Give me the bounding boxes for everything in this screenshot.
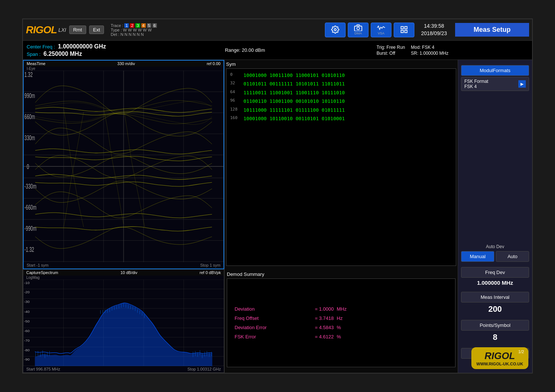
trace-5: 5	[147, 23, 151, 28]
eye-footer-right: Stop 1 sym	[200, 263, 221, 267]
settings-icon-btn[interactable]	[325, 23, 346, 37]
trace-4: 4	[141, 23, 146, 28]
spectrum-panel-header: CaptureSpectrum 10 dB/div ref 0 dBVpk	[23, 270, 224, 276]
trace-info: Trace : 1 2 3 4 5 6 Type : W W W W W W D…	[111, 23, 157, 37]
demod-row: Freq Offset= 3.7418Hz	[235, 315, 448, 321]
spectrum-svg: -10 -20 -30 -40 -50 -60 -70 -80 -90	[23, 280, 224, 366]
eye-diagram-svg: 1.32 990m 660m 330m 0 -330m -660m -990m …	[24, 71, 223, 262]
modul-formats-button[interactable]: ModulFormats	[461, 65, 529, 76]
spectrum-panel-footer: Start 996.875 MHz Stop 1.00312 GHz	[23, 366, 224, 372]
ext-button[interactable]: Ext	[89, 26, 104, 34]
logo-text: RIGOL	[26, 24, 57, 36]
sym-idx: 128	[230, 106, 240, 114]
sym-data: 10001000 10011100 11000101 01010110	[243, 71, 345, 80]
eye-header-center: 330 m/div	[117, 61, 135, 66]
span-value: 6.250000 MHz	[44, 51, 82, 57]
watermark-url: WWW.RIGOL-UK.CO.UK	[477, 362, 523, 366]
svg-text:660m: 660m	[24, 113, 35, 121]
sym-row: 9601100110 11001100 00101010 10110110	[230, 97, 452, 105]
sym-title: Sym	[226, 61, 456, 67]
rmt-button[interactable]: Rmt	[69, 26, 86, 34]
demod-unit: %	[337, 325, 359, 330]
svg-text:1.32: 1.32	[24, 71, 33, 78]
dma-icon-btn[interactable]: DMA	[348, 23, 369, 37]
demod-value: = 4.6122	[297, 334, 334, 339]
eye-chart-area: 1.32 990m 660m 330m 0 -330m -660m -990m …	[24, 71, 223, 262]
trace-3: 3	[135, 23, 140, 28]
demod-label: FSK Error	[235, 334, 294, 339]
grid-icon-btn[interactable]	[394, 23, 414, 37]
svg-rect-3	[401, 27, 403, 29]
burst-label: Burst: Off	[377, 51, 405, 56]
demod-unit: Hz	[337, 315, 359, 321]
sym-data: 11110011 11001001 11001110 10111010	[243, 88, 345, 97]
sym-idx: 64	[230, 88, 240, 97]
svg-text:-1.32: -1.32	[24, 246, 34, 253]
fsk-format-row: FSK Format FSK 4 ►	[461, 77, 529, 91]
sym-data: 10111000 11111101 01111100 01011111	[243, 106, 345, 114]
auto-button[interactable]: Auto	[496, 251, 529, 262]
watermark-page: 1/2	[518, 349, 524, 354]
vsa-icon-btn[interactable]: VSA	[371, 23, 391, 37]
auto-dev-label: Auto Dev	[461, 243, 529, 250]
clock-display: 14:39:58 2018/09/23	[421, 23, 447, 37]
rigol-watermark: 1/2 RIGOL WWW.RIGOL-UK.CO.UK	[471, 347, 528, 369]
demod-panel: Demod Summary Deviation= 1.0000MHzFreq O…	[225, 269, 458, 373]
demod-value: = 3.7418	[297, 315, 334, 321]
sym-panel: Sym 010001000 10011100 11000101 01010110…	[225, 60, 458, 269]
fsk-format-label: FSK Format	[464, 79, 488, 84]
span-label: Span :	[27, 51, 41, 57]
svg-text:330m: 330m	[24, 134, 35, 142]
freq-info: Center Freq : 1.000000000 GHz Span : 6.2…	[27, 43, 106, 57]
range-info: Range: 20.00 dBm	[225, 47, 265, 53]
demod-row: Deviation= 1.0000MHz	[235, 306, 448, 312]
eye-header-left: MeasTime	[27, 61, 46, 66]
rigol-logo: RIGOL LXI	[26, 24, 66, 36]
svg-text:-990m: -990m	[24, 224, 36, 232]
freq-dev-button[interactable]: Freq Dev	[461, 267, 529, 278]
demod-label: Freq Offset	[235, 315, 294, 321]
meas-interval-value: 200	[461, 304, 529, 315]
svg-rect-4	[405, 27, 407, 29]
svg-text:-90: -90	[24, 358, 30, 362]
sym-data: 01100110 11001100 00101010 10110110	[243, 97, 345, 105]
fsk-arrow-button[interactable]: ►	[518, 80, 526, 88]
eye-footer-left: Start -1 sym	[27, 263, 48, 267]
eye-panel-footer: Start -1 sym Stop 1 sym	[24, 262, 223, 268]
spectrum-chart-area: -10 -20 -30 -40 -50 -60 -70 -80 -90	[23, 280, 224, 366]
spectrum-header-center: 10 dB/div	[120, 270, 137, 275]
center-freq-label: Center Freq :	[27, 44, 55, 50]
mod-label: Mod: FSK 4	[411, 45, 448, 50]
meas-interval-button[interactable]: Meas Interval	[461, 292, 529, 303]
svg-rect-6	[405, 30, 407, 33]
freq-dev-value: 1.000000 MHz	[461, 279, 529, 287]
demod-title: Demod Summary	[227, 271, 455, 277]
svg-text:-50: -50	[24, 319, 30, 323]
svg-text:-30: -30	[24, 300, 30, 304]
eye-panel-header: MeasTime 330 m/div ref 0.00	[24, 61, 223, 67]
points-symbol-button[interactable]: Points/Symbol	[461, 320, 529, 331]
trig-info: Trig: Free Run Burst: Off	[377, 45, 405, 56]
sym-idx: 32	[230, 80, 240, 88]
demod-unit: MHz	[337, 306, 359, 312]
sym-row: 16010001000 10110010 00110101 01010001	[230, 114, 452, 123]
sym-box: 010001000 10011100 11000101 010101103201…	[226, 68, 456, 266]
sym-idx: 160	[230, 114, 240, 123]
points-symbol-value: 8	[461, 332, 529, 343]
trace-label: Trace :	[111, 23, 123, 28]
demod-box: Deviation= 1.0000MHzFreq Offset= 3.7418H…	[227, 278, 455, 367]
sym-data: 01101011 00111111 10101011 11011011	[243, 80, 345, 88]
right-sidebar: ModulFormats FSK Format FSK 4 ► Auto Dev…	[458, 60, 532, 373]
icon-buttons: DMA VSA	[325, 23, 414, 37]
manual-button[interactable]: Manual	[461, 251, 494, 262]
time-display: 14:39:58	[421, 23, 447, 30]
svg-text:-60: -60	[24, 329, 30, 333]
svg-point-2	[357, 27, 359, 30]
meas-setup-title: Meas Setup	[455, 23, 529, 37]
spectrum-footer-right: Stop 1.00312 GHz	[187, 367, 221, 371]
trace-2: 2	[130, 23, 134, 28]
watermark-text: RIGOL	[485, 350, 515, 362]
eye-sub-label: I-Eye	[24, 67, 223, 71]
spectrum-header-right: ref 0 dBVpk	[200, 270, 221, 275]
sym-row: 12810111000 11111101 01111100 01011111	[230, 106, 452, 114]
